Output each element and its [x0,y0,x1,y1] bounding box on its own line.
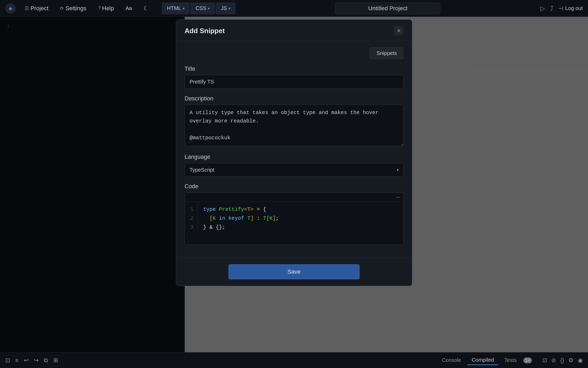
closing-brace: } & {}; [203,224,225,230]
title-form-group: Title [185,65,403,89]
close-icon: ✕ [397,28,401,34]
description-form-group: Description A utility type that takes an… [185,95,403,147]
modal-close-button[interactable]: ✕ [394,26,403,35]
bottom-tabs: Console Compiled Tests 1× [437,355,532,365]
run-icon[interactable]: ▷ [540,5,545,12]
bottom-icon-2[interactable]: ≡ [15,357,19,364]
code-line-2: [K in keyof T] : T[K]; [203,214,398,223]
code-editor[interactable]: — 1 2 3 type Prettify<T> [185,192,403,245]
nav-theme[interactable]: ☾ [141,3,151,13]
bottom-icon-undo[interactable]: ↩ [24,357,29,364]
title-label: Title [185,65,403,72]
snippets-button[interactable]: Snippets [370,47,403,59]
bottom-right-icon-warn[interactable]: ⊘ [551,357,556,364]
nav-font[interactable]: Aa [123,4,134,13]
share-icon[interactable]: ⤴ [550,5,553,12]
code-label: Code [185,183,403,190]
bracket-open: [ [209,215,213,221]
bottom-right-icon-settings[interactable]: ⚙ [568,357,574,364]
language-form-group: Language TypeScript JavaScript HTML CSS … [185,154,403,177]
bottom-tab-compiled[interactable]: Compiled [467,355,498,365]
nav-project[interactable]: ☰ Project [22,3,51,13]
tab-js[interactable]: JS ▾ [216,3,235,14]
theme-icon: ☾ [144,5,149,12]
nav-tabs: HTML ▾ CSS ▾ JS ▾ [162,3,235,14]
gutter-line-3: 3 [189,223,193,232]
bottom-icon-copy[interactable]: ⧉ [44,357,48,364]
bottom-icon-redo[interactable]: ↪ [34,357,39,364]
font-icon: Aa [125,5,132,11]
bracket-close: ] [250,215,254,221]
bottom-right-icon-broadcast[interactable]: ◉ [578,357,583,364]
bottom-tab-tests[interactable]: Tests [500,356,521,365]
index-open: [ [266,215,269,221]
var-t: T [247,215,250,221]
bottom-icon-format[interactable]: ⊞ [53,357,58,364]
gutter-line-1: 1 [189,205,193,214]
main-content: 1 Add Snippet ✕ Snippets Titl [0,17,588,352]
language-label: Language [185,154,403,160]
code-gutter: 1 2 3 [185,202,198,235]
equals-sign: = { [257,206,266,212]
html-chevron-icon: ▾ [183,6,185,11]
keyword-prettify: Prettify [219,206,244,212]
keyword-type: type [203,206,216,212]
code-lines: 1 2 3 type Prettify<T> = { [185,202,403,235]
hamburger-icon: ☰ [25,6,29,11]
nav-settings[interactable]: ⟳ Settings [57,3,89,13]
modal-overlay: Add Snippet ✕ Snippets Title Descr [0,17,588,352]
colon-separator: : [257,215,263,221]
tab-badge: 1× [523,357,532,363]
help-icon: ? [98,6,101,11]
language-select-wrapper: TypeScript JavaScript HTML CSS Python ▾ [185,163,403,177]
settings-icon: ⟳ [60,6,64,11]
css-chevron-icon: ▾ [208,6,210,11]
modal-header: Add Snippet ✕ [176,20,412,41]
logout-button[interactable]: ⊣ Log out [559,5,583,12]
logout-icon: ⊣ [559,5,563,12]
nav-right: ▷ ⤴ ⊣ Log out [540,5,583,12]
code-line-3: } & {}; [203,223,398,232]
bottom-icon-1[interactable]: ⊡ [5,357,10,364]
bottom-bar: ⊡ ≡ ↩ ↪ ⧉ ⊞ Console Compiled Tests 1× ⊡ … [0,352,588,368]
bottom-right-icons: ⊡ ⊘ {} ⚙ ◉ [542,357,583,364]
nav-help[interactable]: ? Help [95,3,117,13]
save-button[interactable]: Save [228,264,360,279]
description-label: Description [185,95,403,102]
tab-html[interactable]: HTML ▾ [162,3,190,14]
project-title-input[interactable] [335,3,440,14]
index-k: K [269,215,272,221]
bottom-tab-console[interactable]: Console [437,356,466,365]
code-editor-toolbar: — [185,193,403,202]
generic-open: <T> [244,206,254,212]
var-k: K [213,215,216,221]
bottom-right-icon-1[interactable]: ⊡ [542,357,547,364]
keyword-keyof: keyof [228,215,244,221]
js-chevron-icon: ▾ [229,6,230,11]
code-minimize-button[interactable]: — [396,195,400,200]
index-close: ] [272,215,276,221]
keyword-in: in [219,215,228,221]
tab-css[interactable]: CSS ▾ [191,3,215,14]
modal-body: Snippets Title Description A utility typ… [176,41,412,258]
title-input[interactable] [185,75,403,89]
nav-logo[interactable]: ◈ [5,3,16,14]
modal-title: Add Snippet [185,27,225,35]
code-content: type Prettify<T> = { [K in keyof T] [198,202,403,235]
gutter-line-2: 2 [189,214,193,223]
add-snippet-modal: Add Snippet ✕ Snippets Title Descr [176,19,412,286]
project-title-area [242,3,534,14]
type-ref: T [263,215,266,221]
bottom-right-icon-braces[interactable]: {} [560,357,564,364]
language-select[interactable]: TypeScript JavaScript HTML CSS Python [185,163,403,177]
top-navbar: ◈ ☰ Project ⟳ Settings ? Help Aa ☾ HTML … [0,0,588,17]
description-textarea[interactable]: A utility type that takes an object type… [185,105,403,146]
code-line-1: type Prettify<T> = { [203,205,398,214]
code-form-group: Code — 1 2 3 [185,183,403,245]
save-btn-wrapper: Save [176,258,412,286]
